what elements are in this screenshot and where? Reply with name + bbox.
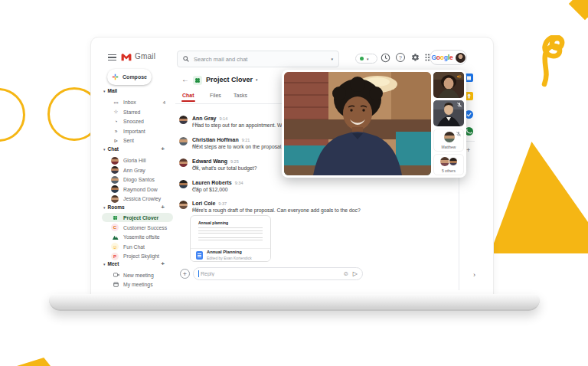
participant-tile-others[interactable]: 5 others [433,154,464,175]
mountain-icon [111,234,119,241]
collapse-caret-icon: ▾ [103,89,106,93]
collapse-caret-icon: ▾ [103,262,106,266]
chat-contact-row[interactable]: Diogo Santos [98,175,175,184]
compose-button[interactable]: Compose [107,69,152,85]
sidebar-item-important[interactable]: »Important [98,127,175,136]
yellow-triangle-tip-decoration [17,358,51,366]
inbox-count: 4 [163,100,165,105]
calendar-outline-icon [113,282,119,288]
laptop-screen: Gmail Search mail and chat ▾ ▾ ? [90,37,494,295]
others-count-label: 5 others [434,168,463,173]
document-preview: Annual planning [198,221,263,248]
get-addons-button[interactable]: + [466,146,470,154]
help-icon[interactable]: ? [396,53,405,62]
sidebar-item-sent[interactable]: ⊳Sent [98,136,175,145]
multicolor-plus-icon [112,74,119,80]
sidebar-item-snoozed[interactable]: ◔Snoozed [98,117,175,126]
room-title-row[interactable]: Project Clover ▾ [206,76,258,83]
search-placeholder: Search mail and chat [194,56,331,63]
laptop-base [49,294,540,311]
mic-muted-icon [456,102,462,108]
google-logo: Google [431,54,452,61]
clock-icon[interactable] [381,53,390,63]
avatar [179,116,188,124]
sidebar-item-my-meetings[interactable]: My meetings [98,280,175,289]
menu-icon[interactable] [108,54,116,62]
speaker-video [284,72,431,175]
collapse-caret-icon: ▾ [103,205,106,210]
chat-contact-row[interactable]: Jessica Crowley [98,194,175,203]
yellow-diamond-decoration [569,0,588,20]
preview-text-lines [198,237,263,243]
avatar [111,157,119,165]
sidebar-item-new-meeting[interactable]: New meeting [98,271,175,279]
participant-video-thumbnail[interactable] [433,100,464,126]
video-camera-icon [113,273,119,278]
add-attachment-button[interactable]: + [180,269,190,279]
settings-gear-icon[interactable] [410,53,420,63]
meet-section-header[interactable]: ▾Meet+ [103,261,175,266]
avatar [179,180,188,188]
tab-files[interactable]: Files [210,93,221,98]
room-row-customer-success[interactable]: CCustomer Success [98,224,175,232]
chat-contact-row[interactable]: Raymond Dow [98,185,175,194]
avatar [111,166,119,174]
room-avatar-clover-icon [193,76,202,85]
collapse-panel-chevron-icon[interactable]: › [473,271,475,279]
gmail-app: Gmail Search mail and chat ▾ ▾ ? [98,44,488,290]
page: Gmail Search mail and chat ▾ ▾ ? [0,0,588,366]
back-arrow-icon[interactable]: ← [181,75,189,83]
gmail-wordmark: Gmail [135,52,155,60]
yellow-squiggle-decoration [536,35,570,90]
chevron-down-icon: ▾ [367,57,369,61]
inbox-icon: ▭ [113,100,119,106]
search-options-caret-icon[interactable]: ▾ [331,57,333,61]
avatar [179,137,188,145]
active-status-dot [360,57,364,60]
participant-tile-matthew[interactable]: Matthew [433,129,464,152]
google-account-pill[interactable]: Google [430,50,467,65]
chat-contact-row[interactable]: Gloria Hill [98,156,175,165]
star-icon: ☆ [113,109,119,115]
video-call-overlay: Matthew 5 others [282,70,466,178]
tab-tasks[interactable]: Tasks [234,93,247,98]
search-bar[interactable]: Search mail and chat ▾ [177,51,339,67]
tab-chat[interactable]: Chat [182,93,194,98]
room-initial-avatar: C [111,224,119,231]
room-row-project-skylight[interactable]: PProject Skylight [98,252,175,260]
preview-text-lines [198,227,263,234]
clover-icon [111,214,119,222]
google-docs-icon [196,251,203,260]
room-title: Project Clover [206,76,253,83]
mail-section-header[interactable]: ▾Mail [103,88,117,93]
sidebar-item-inbox[interactable]: ▭Inbox4 [98,98,175,106]
mic-muted-icon [456,131,462,137]
participant-name: Matthew [434,145,463,149]
account-avatar[interactable] [456,53,466,63]
avatar [179,158,188,167]
yellow-triangle-decoration [490,142,588,253]
add-room-icon[interactable]: + [161,204,165,211]
reply-input[interactable] [198,270,339,277]
emoji-icon[interactable]: ☺ [343,270,349,277]
important-tag-icon: » [113,129,119,134]
add-chat-icon[interactable]: + [161,145,165,152]
reply-bar[interactable]: ☺ ▷ [193,267,363,280]
active-speaker-icon [456,74,462,80]
room-row-fun-chat[interactable]: ☺Fun Chat [98,243,175,251]
room-row-yosemite-offsite[interactable]: Yosemite offsite [98,233,175,241]
document-attachment-card[interactable]: Annual planning Annual PlanningEdited by… [190,215,271,262]
room-row-project-clover[interactable]: Project Clover [98,214,175,222]
chat-section-header[interactable]: ▾Chat+ [103,146,175,152]
chat-contact-row[interactable]: Ann Gray [98,166,175,175]
main-video-feed [284,72,431,175]
sidebar-item-starred[interactable]: ☆Starred [98,108,175,116]
participant-video-thumbnail[interactable] [433,72,464,98]
send-icon[interactable]: ▷ [353,270,358,277]
collapse-caret-icon: ▾ [103,147,106,152]
avatar [179,201,188,209]
rooms-section-header[interactable]: ▾Rooms+ [103,204,175,210]
chevron-down-icon: ▾ [256,77,258,82]
status-pill[interactable]: ▾ [355,54,377,64]
add-meeting-icon[interactable]: + [161,260,165,267]
